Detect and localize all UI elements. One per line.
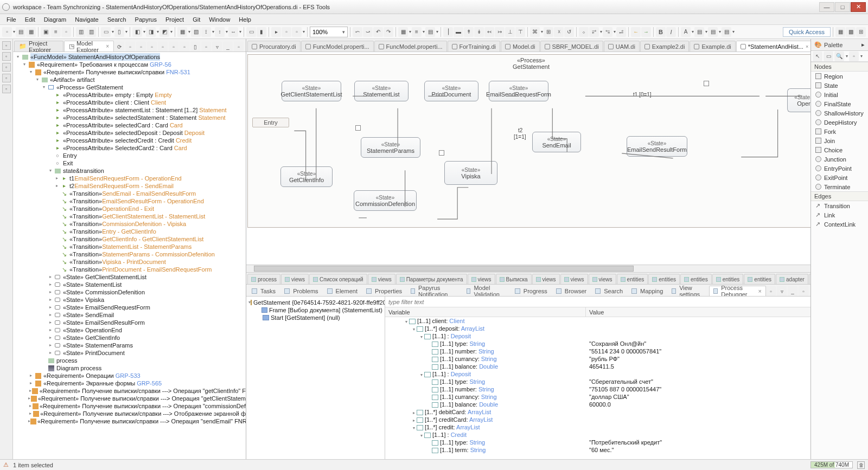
tree-node[interactable]: ▸«State» EmailSendResultForm xyxy=(15,319,246,326)
bottom-tab[interactable]: Список операций xyxy=(309,274,367,284)
bottom-tab[interactable]: entities xyxy=(617,274,648,284)
tree-node[interactable]: ▸«State» PrintDocument xyxy=(15,349,246,357)
tb-icon[interactable]: ▬ xyxy=(454,27,463,37)
tree-node[interactable]: ▸«ProcessAttribute» client : Client Clie… xyxy=(15,99,246,106)
maximize-button[interactable]: □ xyxy=(835,2,850,12)
chevron-right-icon[interactable]: ▸ xyxy=(861,41,865,48)
menu-git[interactable]: Git xyxy=(188,15,205,24)
tb-icon[interactable]: ⤻ xyxy=(363,27,373,37)
variable-row[interactable]: [1..1] currancy: String"доллар США" xyxy=(385,393,810,401)
tb-icon[interactable]: ▫ xyxy=(292,27,302,37)
tree-node[interactable]: ▾«Artifact» artifact xyxy=(15,76,246,83)
tree-node[interactable]: ▸«Requirement» Получение выписки/справки… xyxy=(15,410,246,417)
bottom-tab[interactable]: views xyxy=(368,274,395,284)
quick-access[interactable]: Quick Access xyxy=(783,27,831,37)
tree-node[interactable]: ↘«Transition»SendEmail - EmailSendResult… xyxy=(15,190,246,197)
tree-node[interactable]: ▸«Requirement» Получение выписки/справки… xyxy=(15,387,246,395)
bottom-tab[interactable]: entities xyxy=(648,274,680,284)
variable-row[interactable]: [1..1] number: String"55114 234 0 000005… xyxy=(385,347,810,355)
tb-icon[interactable]: ⊥ xyxy=(505,27,515,37)
tb-icon[interactable]: ◩ xyxy=(159,27,169,37)
palette-item[interactable]: Fork xyxy=(811,127,868,136)
tb-icon[interactable]: ⟟ xyxy=(201,27,211,37)
bottom-tab[interactable]: views xyxy=(560,274,588,284)
perspective-icon[interactable]: ⊞ xyxy=(856,27,866,37)
model-tree[interactable]: ▾«FuncModel» StatementAndHistoryOfOperat… xyxy=(13,52,246,459)
variable-row[interactable]: [1..1] currancy: String"рубль РФ" xyxy=(385,355,810,363)
menu-search[interactable]: Search xyxy=(103,15,131,24)
perspective-icon[interactable]: ▩ xyxy=(846,27,856,37)
variable-row[interactable]: ▾[1..1] : Deposit xyxy=(385,332,810,340)
bottom-tab[interactable]: views xyxy=(281,274,309,284)
tree-node[interactable]: ▸«State» GetClientStatementList xyxy=(15,273,246,281)
tb-icon[interactable]: ↢ xyxy=(484,27,494,37)
zoom-combo[interactable]: 100% xyxy=(310,27,348,37)
variable-row[interactable]: ▾[1..1] : Deposit xyxy=(385,370,810,378)
tb-icon[interactable]: ▫ xyxy=(158,42,168,51)
tb-icon[interactable]: ◨ xyxy=(146,27,156,37)
tree-node[interactable]: ▸«Requirement» Получение выписки/справки… xyxy=(15,402,246,410)
tree-node[interactable]: ↘«Transition»StatementParams - Commissio… xyxy=(15,250,246,258)
menu-papyrus[interactable]: Papyrus xyxy=(131,15,161,24)
tree-node[interactable]: ▸«State» SendEmail xyxy=(15,311,246,319)
menu-diagram[interactable]: Diagram xyxy=(40,15,71,24)
palette-item[interactable]: Choice xyxy=(811,145,868,154)
bottom-tab[interactable]: process xyxy=(247,274,280,284)
variable-row[interactable]: ▾[1..*] credit: ArrayList xyxy=(385,423,810,431)
entry-point[interactable]: Entry xyxy=(252,118,289,127)
tree-node[interactable]: ▸«State» Vipiska xyxy=(15,296,246,304)
close-button[interactable]: ✕ xyxy=(851,2,866,12)
tb-icon[interactable]: ↣ xyxy=(495,27,505,37)
tb-icon[interactable]: ↟ xyxy=(464,27,474,37)
trash-icon[interactable]: 🗑 xyxy=(857,461,865,469)
variable-row[interactable]: [1..1] balance: Double60000.0 xyxy=(385,401,810,408)
state-sendemail[interactable]: «State»SendEmail xyxy=(532,132,581,152)
close-icon[interactable]: × xyxy=(106,43,109,49)
variable-filter-input[interactable] xyxy=(385,297,810,307)
tb-icon[interactable]: ↷ xyxy=(384,27,393,37)
tree-node[interactable]: ▸«ProcessAttribute» selectedStatement : … xyxy=(15,114,246,121)
bottom-tab[interactable]: entities xyxy=(680,274,712,284)
tb-icon[interactable]: ☓ xyxy=(554,27,564,37)
variable-row[interactable]: ▸[1..*] debitCard: ArrayList xyxy=(385,408,810,416)
view-tab[interactable]: Browser xyxy=(552,286,591,296)
tb-icon[interactable]: ▤ xyxy=(425,27,435,37)
tb-icon[interactable]: ▥ xyxy=(86,27,96,37)
palette-item[interactable]: Junction xyxy=(811,154,868,164)
palette-item[interactable]: ↗Link xyxy=(811,210,868,220)
process-frame[interactable]: «Process» GetStatement Entry «State»GetC… xyxy=(247,54,810,228)
view-tab[interactable]: Element xyxy=(323,286,362,296)
view-tab[interactable]: Progress xyxy=(510,286,552,296)
tb-icon[interactable]: ↔ xyxy=(228,27,238,37)
tb-saveall-icon[interactable]: ▦ xyxy=(26,27,36,37)
forward-icon[interactable]: → xyxy=(641,27,651,37)
fontcolor-icon[interactable]: ▤ xyxy=(694,27,704,37)
editor-tab[interactable]: Example.di xyxy=(690,41,735,51)
editor-tab[interactable]: FuncModel.properti... xyxy=(301,41,374,51)
palette-item[interactable]: ExitPoint xyxy=(811,173,868,182)
italic-icon[interactable]: I xyxy=(666,27,676,37)
tree-node[interactable]: ▸«State» OperationEnd xyxy=(15,326,246,334)
minimize-button[interactable]: — xyxy=(819,2,834,12)
tree-node[interactable]: ▸«ProcessAttribute» statementList : Stat… xyxy=(15,106,246,114)
zoom-icon[interactable]: 🔍 xyxy=(834,51,844,61)
palette-item[interactable]: DeepHistory xyxy=(811,118,868,127)
tree-node[interactable]: ▸▸t2EmailSendRequestForm - SendEmail xyxy=(15,182,246,190)
trim-icon[interactable]: ▫ xyxy=(2,63,11,72)
view-tab[interactable]: Search xyxy=(591,286,627,296)
bottom-tab[interactable]: views xyxy=(589,274,616,284)
view-tab[interactable]: Process Debugger × xyxy=(709,286,766,296)
tb-icon[interactable]: ≡ xyxy=(51,27,61,37)
palette-item[interactable]: Join xyxy=(811,136,868,145)
editor-tab[interactable]: Example2.di xyxy=(640,41,690,51)
tb-icon[interactable]: ⊤ xyxy=(515,27,525,37)
maximize-icon[interactable]: ▫ xyxy=(234,42,244,51)
close-icon[interactable]: × xyxy=(806,44,808,49)
editor-tab[interactable]: *StatementAndHist...× xyxy=(736,41,810,51)
tb-icon[interactable]: ⬦ xyxy=(579,27,589,37)
menu-edit[interactable]: Edit xyxy=(21,15,40,24)
state-getclientinfo[interactable]: «State»GetClientInfo xyxy=(280,166,333,187)
tb-icon[interactable]: ▯ xyxy=(114,27,124,37)
tree-node[interactable]: ▸«State» GetClientInfo xyxy=(15,334,246,342)
state-emailsendresultform[interactable]: «State»EmailSendResultForm xyxy=(627,136,687,157)
